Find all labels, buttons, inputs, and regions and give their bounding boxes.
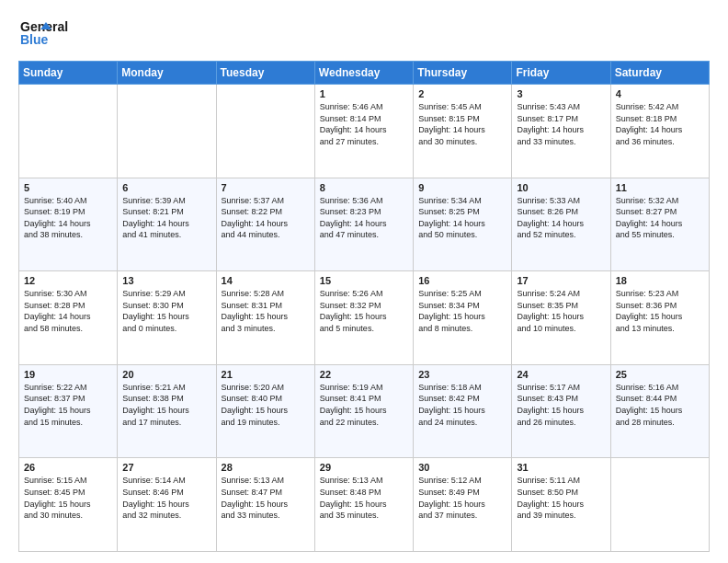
day-info: Sunrise: 5:29 AM Sunset: 8:30 PM Dayligh…: [122, 288, 210, 334]
calendar-cell: 27Sunrise: 5:14 AM Sunset: 8:46 PM Dayli…: [118, 458, 216, 552]
day-info: Sunrise: 5:40 AM Sunset: 8:19 PM Dayligh…: [24, 195, 112, 241]
day-number: 4: [616, 88, 704, 99]
calendar-cell: 9Sunrise: 5:34 AM Sunset: 8:25 PM Daylig…: [414, 178, 512, 271]
day-info: Sunrise: 5:28 AM Sunset: 8:31 PM Dayligh…: [222, 288, 310, 334]
day-info: Sunrise: 5:30 AM Sunset: 8:28 PM Dayligh…: [24, 288, 112, 334]
day-number: 9: [418, 182, 506, 193]
day-info: Sunrise: 5:14 AM Sunset: 8:46 PM Dayligh…: [122, 475, 210, 521]
day-number: 25: [616, 369, 704, 380]
day-number: 8: [320, 182, 408, 193]
day-number: 20: [122, 369, 210, 380]
day-number: 24: [517, 369, 605, 380]
day-number: 26: [24, 462, 112, 473]
day-of-week-header: Saturday: [610, 62, 709, 85]
day-of-week-header: Sunday: [19, 62, 118, 85]
day-number: 5: [24, 182, 112, 193]
day-number: 30: [418, 462, 506, 473]
calendar-week-row: 5Sunrise: 5:40 AM Sunset: 8:19 PM Daylig…: [19, 178, 710, 271]
calendar-cell: 19Sunrise: 5:22 AM Sunset: 8:37 PM Dayli…: [19, 364, 118, 458]
calendar-cell: [610, 458, 709, 552]
calendar-cell: 25Sunrise: 5:16 AM Sunset: 8:44 PM Dayli…: [610, 364, 709, 458]
calendar-week-row: 19Sunrise: 5:22 AM Sunset: 8:37 PM Dayli…: [19, 364, 710, 458]
day-info: Sunrise: 5:21 AM Sunset: 8:38 PM Dayligh…: [122, 382, 210, 428]
day-info: Sunrise: 5:36 AM Sunset: 8:23 PM Dayligh…: [320, 195, 408, 241]
calendar-week-row: 1Sunrise: 5:46 AM Sunset: 8:14 PM Daylig…: [19, 85, 710, 178]
calendar-cell: [19, 85, 118, 178]
day-info: Sunrise: 5:13 AM Sunset: 8:47 PM Dayligh…: [222, 475, 310, 521]
day-number: 19: [24, 369, 112, 380]
day-number: 16: [418, 275, 506, 286]
calendar-cell: 8Sunrise: 5:36 AM Sunset: 8:23 PM Daylig…: [314, 178, 413, 271]
calendar-cell: 11Sunrise: 5:32 AM Sunset: 8:27 PM Dayli…: [610, 178, 709, 271]
day-info: Sunrise: 5:12 AM Sunset: 8:49 PM Dayligh…: [418, 475, 506, 521]
calendar-cell: 12Sunrise: 5:30 AM Sunset: 8:28 PM Dayli…: [19, 271, 118, 365]
calendar-cell: 16Sunrise: 5:25 AM Sunset: 8:34 PM Dayli…: [414, 271, 512, 365]
calendar-cell: 3Sunrise: 5:43 AM Sunset: 8:17 PM Daylig…: [512, 85, 610, 178]
day-of-week-header: Thursday: [414, 62, 512, 85]
calendar-cell: 5Sunrise: 5:40 AM Sunset: 8:19 PM Daylig…: [19, 178, 118, 271]
calendar-cell: 10Sunrise: 5:33 AM Sunset: 8:26 PM Dayli…: [512, 178, 610, 271]
day-info: Sunrise: 5:16 AM Sunset: 8:44 PM Dayligh…: [616, 382, 704, 428]
day-number: 29: [320, 462, 408, 473]
day-info: Sunrise: 5:42 AM Sunset: 8:18 PM Dayligh…: [616, 101, 704, 147]
day-info: Sunrise: 5:13 AM Sunset: 8:48 PM Dayligh…: [320, 475, 408, 521]
calendar-table: SundayMondayTuesdayWednesdayThursdayFrid…: [18, 61, 710, 552]
calendar-week-row: 26Sunrise: 5:15 AM Sunset: 8:45 PM Dayli…: [19, 458, 710, 552]
calendar-cell: 30Sunrise: 5:12 AM Sunset: 8:49 PM Dayli…: [414, 458, 512, 552]
page: General Blue SundayMondayTuesdayWednesda…: [0, 0, 728, 563]
day-info: Sunrise: 5:46 AM Sunset: 8:14 PM Dayligh…: [320, 101, 408, 147]
calendar-cell: 28Sunrise: 5:13 AM Sunset: 8:47 PM Dayli…: [216, 458, 314, 552]
day-info: Sunrise: 5:39 AM Sunset: 8:21 PM Dayligh…: [122, 195, 210, 241]
day-info: Sunrise: 5:23 AM Sunset: 8:36 PM Dayligh…: [616, 288, 704, 334]
day-info: Sunrise: 5:34 AM Sunset: 8:25 PM Dayligh…: [418, 195, 506, 241]
calendar-cell: 2Sunrise: 5:45 AM Sunset: 8:15 PM Daylig…: [414, 85, 512, 178]
day-info: Sunrise: 5:33 AM Sunset: 8:26 PM Dayligh…: [517, 195, 605, 241]
day-of-week-header: Friday: [512, 62, 610, 85]
day-number: 7: [222, 182, 310, 193]
day-of-week-header: Tuesday: [216, 62, 314, 85]
day-number: 6: [122, 182, 210, 193]
calendar-cell: 20Sunrise: 5:21 AM Sunset: 8:38 PM Dayli…: [118, 364, 216, 458]
day-info: Sunrise: 5:37 AM Sunset: 8:22 PM Dayligh…: [222, 195, 310, 241]
day-number: 12: [24, 275, 112, 286]
day-number: 11: [616, 182, 704, 193]
day-number: 14: [222, 275, 310, 286]
day-info: Sunrise: 5:15 AM Sunset: 8:45 PM Dayligh…: [24, 475, 112, 521]
calendar-cell: 17Sunrise: 5:24 AM Sunset: 8:35 PM Dayli…: [512, 271, 610, 365]
calendar-cell: 23Sunrise: 5:18 AM Sunset: 8:42 PM Dayli…: [414, 364, 512, 458]
calendar-cell: 7Sunrise: 5:37 AM Sunset: 8:22 PM Daylig…: [216, 178, 314, 271]
calendar-header-row: SundayMondayTuesdayWednesdayThursdayFrid…: [19, 62, 710, 85]
day-number: 2: [418, 88, 506, 99]
calendar-cell: 1Sunrise: 5:46 AM Sunset: 8:14 PM Daylig…: [314, 85, 413, 178]
calendar-week-row: 12Sunrise: 5:30 AM Sunset: 8:28 PM Dayli…: [19, 271, 710, 365]
day-of-week-header: Monday: [118, 62, 216, 85]
day-info: Sunrise: 5:32 AM Sunset: 8:27 PM Dayligh…: [616, 195, 704, 241]
day-info: Sunrise: 5:43 AM Sunset: 8:17 PM Dayligh…: [517, 101, 605, 147]
calendar-cell: 29Sunrise: 5:13 AM Sunset: 8:48 PM Dayli…: [314, 458, 413, 552]
day-info: Sunrise: 5:19 AM Sunset: 8:41 PM Dayligh…: [320, 382, 408, 428]
day-number: 22: [320, 369, 408, 380]
day-info: Sunrise: 5:18 AM Sunset: 8:42 PM Dayligh…: [418, 382, 506, 428]
day-number: 28: [222, 462, 310, 473]
calendar-cell: 21Sunrise: 5:20 AM Sunset: 8:40 PM Dayli…: [216, 364, 314, 458]
day-number: 23: [418, 369, 506, 380]
header: General Blue: [18, 15, 710, 52]
calendar-cell: [216, 85, 314, 178]
calendar-cell: 4Sunrise: 5:42 AM Sunset: 8:18 PM Daylig…: [610, 85, 709, 178]
day-number: 15: [320, 275, 408, 286]
day-number: 18: [616, 275, 704, 286]
calendar-cell: 22Sunrise: 5:19 AM Sunset: 8:41 PM Dayli…: [314, 364, 413, 458]
day-number: 3: [517, 88, 605, 99]
logo: General Blue: [18, 15, 92, 52]
calendar-cell: 13Sunrise: 5:29 AM Sunset: 8:30 PM Dayli…: [118, 271, 216, 365]
day-info: Sunrise: 5:22 AM Sunset: 8:37 PM Dayligh…: [24, 382, 112, 428]
day-info: Sunrise: 5:11 AM Sunset: 8:50 PM Dayligh…: [517, 475, 605, 521]
day-number: 31: [517, 462, 605, 473]
calendar-cell: 24Sunrise: 5:17 AM Sunset: 8:43 PM Dayli…: [512, 364, 610, 458]
day-info: Sunrise: 5:26 AM Sunset: 8:32 PM Dayligh…: [320, 288, 408, 334]
day-of-week-header: Wednesday: [314, 62, 413, 85]
calendar-cell: 18Sunrise: 5:23 AM Sunset: 8:36 PM Dayli…: [610, 271, 709, 365]
day-info: Sunrise: 5:24 AM Sunset: 8:35 PM Dayligh…: [517, 288, 605, 334]
day-number: 17: [517, 275, 605, 286]
day-info: Sunrise: 5:45 AM Sunset: 8:15 PM Dayligh…: [418, 101, 506, 147]
